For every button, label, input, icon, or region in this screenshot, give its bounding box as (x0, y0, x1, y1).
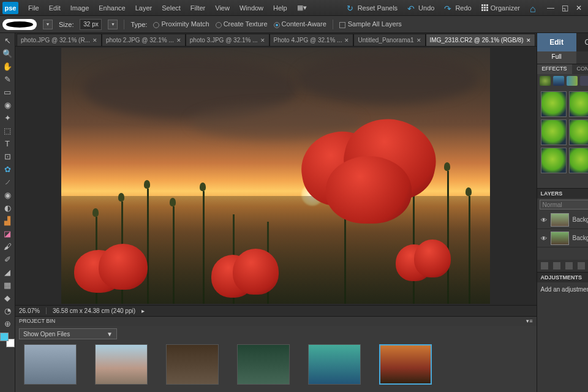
color-swatches[interactable] (0, 333, 15, 347)
redeye-tool[interactable]: ◉ (1, 189, 14, 201)
lasso-tool[interactable]: ◉ (1, 99, 14, 111)
menu-edit[interactable]: Edit (44, 2, 66, 14)
brush-picker-dropdown[interactable]: ▼ (43, 20, 53, 29)
menu-file[interactable]: File (23, 2, 44, 14)
home-button[interactable] (525, 2, 543, 14)
radio-create-texture[interactable]: Create Texture (216, 20, 268, 28)
menu-filter[interactable]: Filter (186, 2, 210, 14)
magic-wand-tool[interactable]: ✦ (1, 111, 14, 124)
shape-tool[interactable]: ◆ (1, 292, 14, 304)
effect-thumbnail[interactable] (541, 119, 567, 145)
radio-content-aware[interactable]: Content-Aware (274, 20, 326, 28)
cookie-cutter-tool[interactable]: ✿ (1, 163, 14, 175)
hand-tool[interactable]: ✋ (1, 60, 14, 72)
effect-thumbnail[interactable] (569, 119, 588, 145)
quick-selection-tool[interactable]: ⬚ (1, 124, 14, 137)
close-icon[interactable]: ✕ (92, 37, 97, 43)
smart-brush-tool[interactable]: ✐ (1, 253, 14, 265)
size-dropdown[interactable]: ▼ (108, 20, 118, 29)
bin-thumbnail[interactable] (24, 344, 77, 385)
menu-select[interactable]: Select (157, 2, 186, 14)
project-bin-dropdown[interactable]: Show Open Files▼ (19, 328, 117, 339)
fx-all-icon[interactable] (580, 76, 588, 86)
submode-tab-full[interactable]: Full (537, 51, 576, 64)
tab-content[interactable]: CONTENT (572, 64, 588, 74)
chevron-right-icon[interactable]: ▸ (141, 307, 145, 314)
paint-bucket-tool[interactable]: ◢ (1, 266, 14, 278)
submode-tab-quick[interactable]: Quick (576, 51, 588, 64)
menu-layer[interactable]: Layer (130, 2, 157, 14)
gradient-tool[interactable]: ▦ (1, 279, 14, 291)
adjustments-body[interactable]: Add an adjustment (537, 282, 588, 307)
organizer-button[interactable]: Organizer (477, 2, 525, 13)
effect-thumbnail[interactable] (541, 148, 567, 173)
size-input[interactable] (80, 19, 102, 30)
minimize-button[interactable]: — (543, 2, 558, 14)
bin-thumbnail[interactable] (95, 344, 148, 385)
brush-tool[interactable]: 🖌 (1, 240, 14, 252)
new-layer-icon[interactable] (541, 262, 548, 270)
doc-tab[interactable]: photo.JPG @ 32.1% (R...✕ (17, 34, 102, 46)
bin-thumbnail[interactable] (166, 344, 219, 385)
blend-mode-dropdown[interactable]: Normal▼ (540, 200, 588, 209)
layer-row[interactable]: Background (537, 229, 588, 247)
visibility-icon[interactable] (541, 216, 547, 224)
bin-thumbnail[interactable] (379, 344, 432, 385)
tab-effects[interactable]: EFFECTS (537, 64, 572, 74)
foreground-color-swatch[interactable] (0, 333, 9, 341)
crop-tool[interactable]: ⊡ (1, 150, 14, 162)
panel-menu-icon[interactable]: ▾≡ (526, 318, 532, 325)
move-tool[interactable]: ↖ (1, 34, 14, 47)
fx-filter-icon[interactable] (540, 76, 551, 86)
link-layers-icon[interactable] (578, 262, 585, 270)
marquee-tool[interactable]: ▭ (1, 86, 14, 98)
doc-tab[interactable]: Untitled_Panorama1✕ (353, 34, 425, 46)
close-icon[interactable]: ✕ (260, 37, 265, 43)
layer-row[interactable]: Background (537, 211, 588, 229)
close-icon[interactable]: ✕ (344, 37, 349, 43)
clone-stamp-tool[interactable]: ▟ (1, 214, 14, 227)
zoom-tool[interactable]: 🔍 (1, 47, 14, 59)
maximize-button[interactable]: ◱ (558, 2, 572, 14)
sponge-tool[interactable]: ⊕ (1, 317, 14, 330)
fx-photo-effect-icon[interactable] (567, 76, 578, 86)
spot-healing-tool[interactable]: ◐ (1, 202, 14, 214)
straighten-tool[interactable]: ⟋ (1, 176, 14, 188)
type-tool[interactable]: T (1, 137, 14, 149)
effect-thumbnail[interactable] (569, 148, 588, 173)
document-canvas[interactable] (61, 48, 490, 304)
bin-thumbnail[interactable] (308, 344, 361, 385)
mode-tab-edit[interactable]: Edit (537, 33, 576, 51)
menu-enhance[interactable]: Enhance (94, 2, 130, 14)
close-icon[interactable]: ✕ (176, 37, 181, 43)
layer-thumbnail[interactable] (551, 232, 569, 245)
undo-button[interactable]: Undo (402, 2, 439, 14)
app-logo[interactable]: pse (2, 2, 18, 14)
brush-preview[interactable] (2, 19, 37, 30)
fx-layer-style-icon[interactable] (553, 76, 564, 86)
close-icon[interactable]: ✕ (526, 37, 531, 43)
close-button[interactable]: ✕ (572, 2, 586, 14)
menu-view[interactable]: View (210, 2, 235, 14)
eraser-tool[interactable]: ◪ (1, 227, 14, 239)
visibility-icon[interactable] (541, 235, 547, 242)
zoom-level[interactable]: 26.07% (19, 307, 47, 314)
doc-tab[interactable]: photo 2.JPG @ 32.1% ...✕ (102, 34, 186, 46)
eyedropper-tool[interactable]: ✎ (1, 73, 14, 85)
close-icon[interactable]: ✕ (417, 37, 421, 43)
menu-image[interactable]: Image (66, 2, 94, 14)
bin-thumbnail[interactable] (237, 344, 290, 385)
menu-help[interactable]: Help (268, 2, 292, 14)
effect-thumbnail[interactable] (541, 91, 567, 117)
radio-proximity-match[interactable]: Proximity Match (153, 20, 209, 28)
effect-thumbnail[interactable] (569, 91, 588, 117)
blur-tool[interactable]: ◔ (1, 304, 14, 317)
redo-button[interactable]: Redo (439, 2, 476, 14)
doc-tab[interactable]: IMG_2318.CR2 @ 26.1% (RGB/8)✕ (426, 34, 535, 46)
adjustment-layer-icon[interactable] (553, 262, 560, 270)
reset-panels-button[interactable]: Reset Panels (342, 2, 402, 14)
layer-thumbnail[interactable] (551, 213, 569, 227)
canvas-area[interactable] (15, 47, 537, 305)
mode-tab-create[interactable]: Create (576, 33, 588, 51)
checkbox-sample-all-layers[interactable]: Sample All Layers (339, 20, 402, 28)
